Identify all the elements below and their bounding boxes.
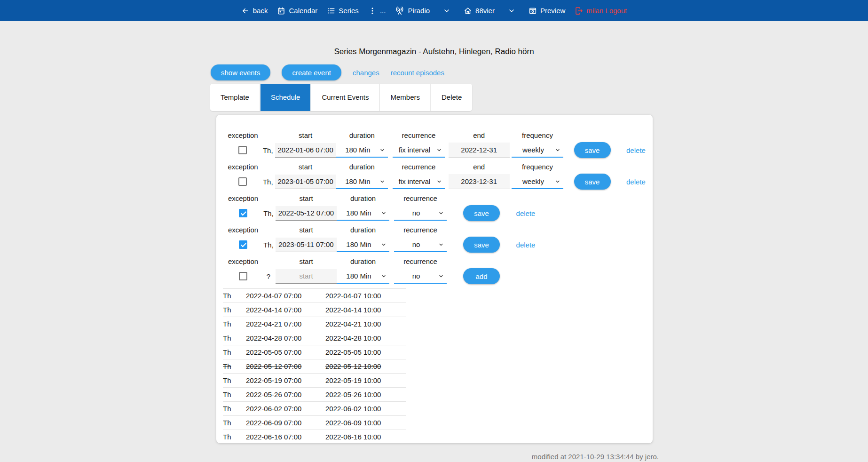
nav-station[interactable]: Piradio xyxy=(395,6,430,16)
nav-back-label: back xyxy=(253,7,268,15)
exception-checkbox[interactable] xyxy=(239,209,247,217)
duration-label: duration xyxy=(350,225,376,237)
event-row: Th2022-04-28 07:002022-04-28 10:00 xyxy=(223,331,406,345)
event-day: Th xyxy=(223,289,246,303)
recurrence-value: fix interval xyxy=(399,146,431,154)
event-row: Th2022-05-26 07:002022-05-26 10:00 xyxy=(223,387,406,401)
save-button[interactable]: save xyxy=(574,174,611,190)
duration-label: duration xyxy=(349,131,375,142)
arrow-left-icon xyxy=(241,7,250,15)
recurrence-select[interactable]: fix interval xyxy=(393,174,445,189)
exception-checkbox[interactable] xyxy=(239,240,247,249)
nav-channel[interactable]: 88vier xyxy=(464,7,495,15)
event-row: Th2022-05-19 07:002022-05-19 10:00 xyxy=(223,373,406,387)
recurrence-label: recurrence xyxy=(403,194,437,205)
create-event-button[interactable]: create event xyxy=(282,64,341,80)
event-day: Th xyxy=(223,317,246,331)
save-button[interactable]: save xyxy=(463,237,500,253)
frequency-label: frequency xyxy=(522,131,553,142)
delete-link[interactable]: delete xyxy=(626,146,646,154)
event-day: Th xyxy=(223,303,246,317)
recount-episodes-link[interactable]: recount episodes xyxy=(391,69,444,77)
tab-delete[interactable]: Delete xyxy=(431,84,472,111)
nav-back[interactable]: back xyxy=(241,7,268,15)
start-input[interactable] xyxy=(276,238,337,252)
recurrence-select[interactable]: no xyxy=(394,206,447,221)
end-input[interactable]: 2023-12-31 xyxy=(449,174,510,189)
nav-calendar[interactable]: Calendar xyxy=(277,7,317,15)
event-row: Th2022-04-14 07:002022-04-14 10:00 xyxy=(223,303,406,317)
delete-link[interactable]: delete xyxy=(626,178,646,186)
event-end: 2022-04-07 10:00 xyxy=(325,289,406,303)
recurrence-label: recurrence xyxy=(402,162,436,174)
nav-logout[interactable]: milan Logout xyxy=(575,7,627,15)
duration-select[interactable]: 180 Min xyxy=(337,206,389,221)
frequency-select[interactable]: weekly xyxy=(512,174,564,189)
duration-select[interactable]: 180 Min xyxy=(336,143,388,158)
exception-checkbox[interactable] xyxy=(238,146,247,154)
tab-members[interactable]: Members xyxy=(380,84,430,111)
event-end: 2022-06-16 10:00 xyxy=(325,430,406,443)
duration-select[interactable]: 180 Min xyxy=(336,174,388,189)
tab-schedule[interactable]: Schedule xyxy=(260,84,311,111)
event-day: Th xyxy=(223,402,246,415)
nav-more-label: ... xyxy=(380,7,386,15)
nav-series[interactable]: Series xyxy=(327,7,359,15)
tab-template[interactable]: Template xyxy=(210,84,260,111)
event-day: Th xyxy=(223,430,246,443)
nav-preview[interactable]: Preview xyxy=(529,7,565,15)
nav-more[interactable]: ... xyxy=(368,7,386,15)
kebab-menu-icon xyxy=(368,7,377,15)
page-title: Series Morgenmagazin - Aufstehn, Hinlege… xyxy=(0,47,868,56)
calendar-icon xyxy=(277,7,285,15)
start-input[interactable] xyxy=(275,143,336,158)
tab-bar: Template Schedule Current Events Members… xyxy=(210,84,472,111)
exception-checkbox[interactable] xyxy=(238,177,247,186)
event-row: Th2022-06-09 07:002022-06-09 10:00 xyxy=(223,415,406,430)
changes-link[interactable]: changes xyxy=(353,69,379,77)
recurrence-select[interactable]: fix interval xyxy=(393,143,445,158)
delete-link[interactable]: delete xyxy=(516,241,536,249)
save-button[interactable]: save xyxy=(574,142,611,158)
start-label: start xyxy=(299,257,313,268)
start-input[interactable] xyxy=(276,269,337,284)
add-button[interactable]: add xyxy=(463,268,500,284)
nav-logout-label: milan Logout xyxy=(586,7,627,15)
exception-label: exception xyxy=(228,194,258,205)
duration-select[interactable]: 180 Min xyxy=(337,237,389,252)
chevron-down-icon xyxy=(443,7,450,15)
delete-link[interactable]: delete xyxy=(516,209,536,217)
start-input[interactable] xyxy=(275,175,336,189)
day-label: ? xyxy=(267,272,270,280)
chevron-down-icon xyxy=(438,242,444,247)
duration-label: duration xyxy=(350,194,376,205)
end-input[interactable]: 2022-12-31 xyxy=(449,143,510,158)
recurrence-select[interactable]: no xyxy=(394,269,447,284)
channel-dropdown-toggle[interactable] xyxy=(508,7,515,15)
exception-checkbox[interactable] xyxy=(239,272,247,280)
day-label: Th, xyxy=(263,146,273,154)
event-day: Th xyxy=(223,359,246,373)
exception-label: exception xyxy=(228,257,258,268)
modified-note: modified at 2021-10-29 13:34:44 by jero. xyxy=(532,453,659,461)
recurrence-select[interactable]: no xyxy=(394,237,447,252)
top-navbar: back Calendar Series ... Piradio 88v xyxy=(0,0,868,21)
event-start: 2022-04-21 07:00 xyxy=(246,317,325,331)
schedule-exception-row: exception Th, start duration180 Min recu… xyxy=(216,225,653,253)
event-end: 2022-05-12 10:00 xyxy=(325,359,406,373)
event-start: 2022-06-02 07:00 xyxy=(246,402,325,415)
event-end: 2022-06-02 10:00 xyxy=(325,402,406,415)
station-dropdown-toggle[interactable] xyxy=(443,7,450,15)
chevron-down-icon xyxy=(436,147,442,153)
tab-current-events[interactable]: Current Events xyxy=(311,84,379,111)
frequency-value: weekly xyxy=(522,177,544,185)
show-events-button[interactable]: show events xyxy=(211,64,270,80)
list-icon xyxy=(327,7,335,15)
event-end: 2022-04-21 10:00 xyxy=(325,317,406,331)
duration-select[interactable]: 180 Min xyxy=(337,269,389,284)
chevron-down-icon xyxy=(381,242,387,247)
start-input[interactable] xyxy=(276,206,337,221)
event-start: 2022-04-07 07:00 xyxy=(246,289,325,303)
save-button[interactable]: save xyxy=(463,205,500,221)
frequency-select[interactable]: weekly xyxy=(512,143,564,158)
